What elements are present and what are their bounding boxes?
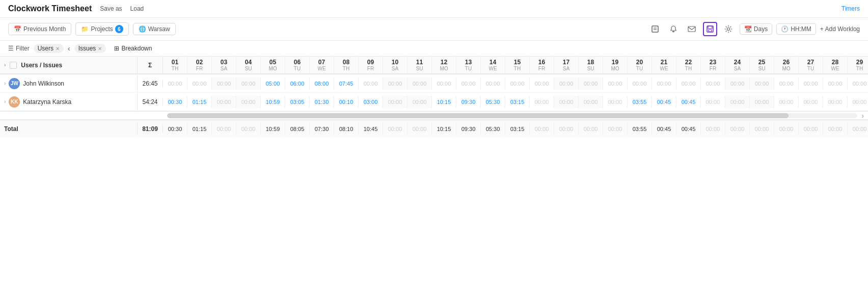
cell-john-21[interactable]: 00:00 [652,77,676,90]
day-header-06: 06TU [285,57,310,73]
sum-header: Σ [138,57,163,73]
cell-john-25[interactable]: 00:00 [750,77,774,90]
cell-john-07[interactable]: 08:00 [310,77,334,90]
icon-btn-5[interactable] [721,22,736,36]
scroll-right-arrow[interactable]: › [861,112,868,120]
save-as-link[interactable]: Save as [100,5,122,12]
cell-john-08[interactable]: 07:45 [334,77,359,90]
cell-katarzyna-13[interactable]: 09:30 [456,96,481,108]
add-worklog-button[interactable]: + Add Worklog [820,25,860,33]
cell-john-13[interactable]: 00:00 [456,77,481,90]
nav-arrow-left[interactable]: ‹ [68,44,70,53]
icon-btn-3[interactable] [685,22,699,36]
issues-tag-close[interactable]: ✕ [98,46,102,51]
row-john: › JW John Wilkinson 26:45 00:0000:0000:0… [0,74,868,93]
cell-katarzyna-27[interactable]: 00:00 [799,96,823,108]
cell-katarzyna-24[interactable]: 00:00 [725,96,750,108]
location-button[interactable]: 🌐 Warsaw [133,23,176,35]
cell-katarzyna-03[interactable]: 00:00 [212,96,236,108]
cell-john-14[interactable]: 00:00 [481,77,505,90]
icon-btn-1[interactable] [648,22,662,36]
cell-katarzyna-25[interactable]: 00:00 [750,96,774,108]
checkbox-icon[interactable] [10,62,17,69]
cell-katarzyna-07[interactable]: 01:30 [310,96,334,108]
expand-all-icon[interactable]: › [4,62,6,68]
cell-john-19[interactable]: 00:00 [603,77,628,90]
total-cell-09: 10:45 [359,123,383,135]
days-button[interactable]: 📆 Days [740,23,772,35]
previous-month-button[interactable]: 📅 Previous Month [8,23,71,35]
timers-link[interactable]: Timers [842,5,860,12]
cell-katarzyna-04[interactable]: 00:00 [236,96,261,108]
cell-katarzyna-12[interactable]: 10:15 [432,96,456,108]
cell-john-06[interactable]: 06:00 [285,77,310,90]
cell-katarzyna-02[interactable]: 01:15 [187,96,212,108]
cell-john-01[interactable]: 00:00 [163,77,187,90]
cell-katarzyna-11[interactable]: 00:00 [408,96,432,108]
cell-john-04[interactable]: 00:00 [236,77,261,90]
hhmm-button[interactable]: 🕐 HH:MM [776,23,816,35]
day-header-14: 14WE [481,57,505,73]
cell-john-26[interactable]: 00:00 [774,77,799,90]
day-header-25: 25SU [750,57,774,73]
cell-john-28[interactable]: 00:00 [823,77,848,90]
expand-icon-john[interactable]: › [4,81,6,86]
cell-katarzyna-08[interactable]: 00:10 [334,96,359,108]
users-tag-close[interactable]: ✕ [56,46,60,51]
cell-john-20[interactable]: 00:00 [628,77,652,90]
icon-btn-2[interactable] [666,22,681,36]
filter-button[interactable]: ☰ Filter [8,45,30,52]
rows-container: › JW John Wilkinson 26:45 00:0000:0000:0… [0,74,868,111]
cell-katarzyna-14[interactable]: 05:30 [481,96,505,108]
cell-katarzyna-06[interactable]: 03:05 [285,96,310,108]
projects-count-badge: 6 [115,25,123,33]
day-header-07: 07WE [310,57,334,73]
cell-katarzyna-22[interactable]: 00:45 [676,96,701,108]
load-link[interactable]: Load [130,5,144,12]
cell-katarzyna-23[interactable]: 00:00 [701,96,725,108]
cell-katarzyna-19[interactable]: 00:00 [603,96,628,108]
expand-icon-katarzyna[interactable]: › [4,99,6,105]
cell-john-16[interactable]: 00:00 [530,77,554,90]
users-tag[interactable]: Users ✕ [34,44,64,53]
cell-john-05[interactable]: 05:00 [261,77,285,90]
cell-katarzyna-29[interactable]: 00:00 [848,96,868,108]
cell-john-10[interactable]: 00:00 [383,77,408,90]
cell-john-11[interactable]: 00:00 [408,77,432,90]
cell-katarzyna-16[interactable]: 00:00 [530,96,554,108]
cell-john-24[interactable]: 00:00 [725,77,750,90]
cell-john-02[interactable]: 00:00 [187,77,212,90]
cell-john-15[interactable]: 00:00 [505,77,530,90]
cell-katarzyna-01[interactable]: 00:30 [163,96,187,108]
day-header-22: 22TH [676,57,701,73]
cell-john-23[interactable]: 00:00 [701,77,725,90]
cell-katarzyna-26[interactable]: 00:00 [774,96,799,108]
day-header-10: 10SA [383,57,408,73]
cell-katarzyna-15[interactable]: 03:15 [505,96,530,108]
cell-katarzyna-21[interactable]: 00:45 [652,96,676,108]
issues-tag[interactable]: Issues ✕ [74,44,106,53]
cell-john-17[interactable]: 00:00 [554,77,579,90]
total-cell-19: 00:00 [603,123,628,135]
cell-katarzyna-28[interactable]: 00:00 [823,96,848,108]
icon-btn-4-active[interactable] [703,22,717,36]
cell-john-12[interactable]: 00:00 [432,77,456,90]
cell-katarzyna-05[interactable]: 10:59 [261,96,285,108]
day-header-17: 17SA [554,57,579,73]
cell-john-09[interactable]: 00:00 [359,77,383,90]
cell-john-03[interactable]: 00:00 [212,77,236,90]
breakdown-tag[interactable]: ⊞ Breakdown [110,44,156,53]
cell-katarzyna-10[interactable]: 00:00 [383,96,408,108]
cell-katarzyna-20[interactable]: 03:55 [628,96,652,108]
projects-button[interactable]: 📁 Projects 6 [75,22,128,36]
cell-katarzyna-09[interactable]: 03:00 [359,96,383,108]
cell-john-29[interactable]: 00:00 [848,77,868,90]
total-cell-21: 00:45 [652,123,676,135]
cell-john-22[interactable]: 00:00 [676,77,701,90]
cell-katarzyna-17[interactable]: 00:00 [554,96,579,108]
cell-katarzyna-18[interactable]: 00:00 [579,96,603,108]
cell-john-18[interactable]: 00:00 [579,77,603,90]
total-label: Total [0,122,138,136]
total-cell-24: 00:00 [725,123,750,135]
cell-john-27[interactable]: 00:00 [799,77,823,90]
